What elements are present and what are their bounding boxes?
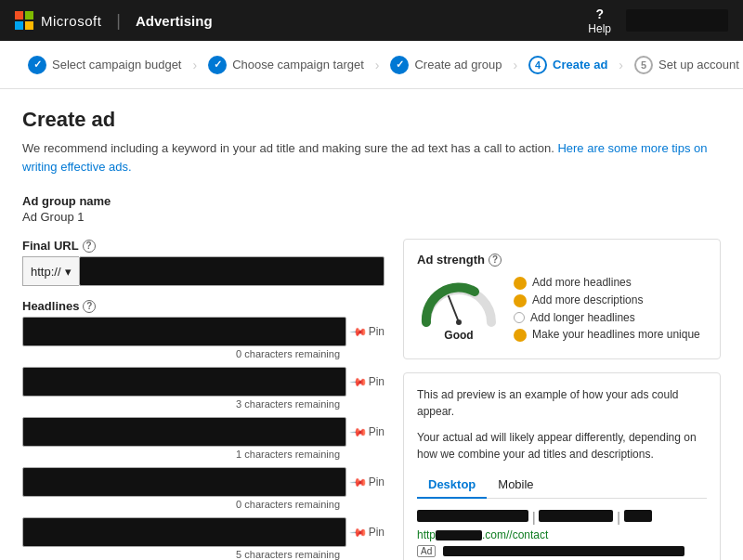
pin-button-1[interactable]: 📌 Pin (352, 325, 385, 338)
preview-ad-desc-row: Ad (417, 545, 707, 557)
url-input-row: http:// ▾ (22, 256, 385, 286)
top-navigation: Microsoft | Advertising ? Help (0, 0, 743, 41)
microsoft-text: Microsoft (41, 13, 101, 29)
step-createad-icon: 4 (528, 56, 547, 74)
preview-title-redacted-2 (539, 510, 613, 522)
preview-desc-redacted-1 (443, 546, 684, 556)
main-content: Create ad We recommend including a keywo… (0, 89, 743, 560)
user-account-pill[interactable] (626, 9, 728, 32)
headline-row-5: 📌 Pin (22, 517, 385, 547)
step-adgroup-icon: ✓ (390, 56, 409, 74)
page-description: We recommend including a keyword in your… (22, 139, 721, 176)
pin-icon-2: 📌 (349, 372, 369, 392)
tip-dot-1 (514, 277, 527, 290)
step-divider-4: › (617, 58, 625, 72)
char-remaining-3: 1 characters remaining (22, 449, 385, 460)
headline-input-4[interactable] (22, 467, 346, 497)
step-budget[interactable]: ✓ Select campaign budget (19, 56, 190, 74)
tip-item-4: Make your headlines more unique (514, 328, 700, 342)
tab-desktop[interactable]: Desktop (417, 472, 487, 499)
tip-dot-3 (514, 312, 525, 323)
microsoft-logo: Microsoft (15, 11, 101, 30)
headline-input-2[interactable] (22, 367, 346, 397)
help-icon: ? (595, 7, 604, 21)
headlines-label: Headlines ? (22, 299, 385, 313)
step-createad-label: Create ad (553, 58, 607, 72)
right-column: Ad strength ? (403, 239, 721, 560)
tip-item-3: Add longer headlines (514, 311, 700, 324)
ad-strength-title: Ad strength ? (417, 253, 707, 267)
preview-ad-title: | | (417, 510, 707, 525)
headline-input-5[interactable] (22, 517, 346, 547)
ad-badge: Ad (417, 545, 436, 557)
help-label: Help (588, 22, 611, 35)
pin-button-3[interactable]: 📌 Pin (352, 425, 385, 438)
final-url-label: Final URL ? (22, 239, 385, 253)
step-target[interactable]: ✓ Choose campaign target (199, 56, 373, 74)
step-setup[interactable]: 5 Set up account (625, 56, 743, 74)
adgroup-value: Ad Group 1 (22, 210, 721, 224)
protocol-dropdown[interactable]: http:// ▾ (22, 256, 79, 286)
step-divider-3: › (511, 58, 519, 72)
ad-preview-card: This ad preview is an example of how you… (403, 372, 721, 560)
help-button[interactable]: ? Help (588, 7, 611, 35)
final-url-section: Final URL ? http:// ▾ (22, 239, 385, 286)
gauge-container: Good (417, 276, 501, 342)
pin-icon-4: 📌 (349, 473, 369, 492)
final-url-info-icon[interactable]: ? (83, 240, 96, 253)
page-title: Create ad (22, 108, 721, 132)
final-url-input[interactable] (79, 256, 385, 286)
left-column: Final URL ? http:// ▾ Headlines ? (22, 239, 385, 560)
ms-grid-icon (15, 11, 33, 30)
tip-dot-4 (514, 329, 527, 342)
gauge-svg (417, 276, 501, 330)
adgroup-label: Ad group name (22, 194, 721, 208)
preview-url-redacted (436, 530, 482, 540)
headline-row-3: 📌 Pin (22, 417, 385, 447)
pin-icon-1: 📌 (349, 322, 369, 342)
step-target-label: Choose campaign target (232, 58, 364, 72)
step-createad[interactable]: 4 Create ad (519, 56, 617, 74)
preview-url: http .com//contact (417, 528, 707, 541)
tab-mobile[interactable]: Mobile (487, 472, 544, 499)
preview-desc-1: This ad preview is an example of how you… (417, 386, 707, 420)
gauge-area: Good Add more headlines Add more descrip… (417, 276, 707, 342)
headline-row-4: 📌 Pin (22, 467, 385, 497)
headlines-section: Headlines ? 📌 Pin 0 characters remaining (22, 299, 385, 560)
pin-icon-5: 📌 (349, 523, 369, 542)
gauge-label: Good (417, 329, 501, 342)
step-setup-icon: 5 (634, 56, 653, 74)
char-remaining-1: 0 characters remaining (22, 348, 385, 359)
tips-list: Add more headlines Add more descriptions… (514, 276, 700, 342)
headlines-info-icon[interactable]: ? (83, 300, 96, 313)
app-name: Advertising (136, 13, 213, 29)
steps-bar: ✓ Select campaign budget › ✓ Choose camp… (0, 41, 743, 89)
pin-button-2[interactable]: 📌 Pin (352, 375, 385, 388)
tip-item-1: Add more headlines (514, 276, 700, 290)
preview-tabs: Desktop Mobile (417, 472, 707, 499)
two-column-layout: Final URL ? http:// ▾ Headlines ? (22, 239, 721, 560)
pin-button-5[interactable]: 📌 Pin (352, 526, 385, 539)
headline-row-1: 📌 Pin (22, 317, 385, 346)
headline-input-1[interactable] (22, 317, 346, 346)
ad-strength-card: Ad strength ? (403, 239, 721, 359)
preview-desc-2: Your actual ad will likely appear differ… (417, 429, 707, 462)
headline-input-3[interactable] (22, 417, 346, 447)
step-divider-1: › (190, 58, 199, 72)
svg-line-0 (449, 296, 459, 322)
step-budget-icon: ✓ (28, 56, 46, 74)
step-adgroup-label: Create ad group (414, 58, 502, 72)
char-remaining-2: 3 characters remaining (22, 398, 385, 410)
nav-divider: | (116, 12, 121, 29)
step-target-icon: ✓ (208, 56, 227, 74)
step-divider-2: › (373, 58, 382, 72)
preview-title-redacted-1 (417, 510, 528, 522)
char-remaining-5: 5 characters remaining (22, 549, 385, 560)
tip-item-2: Add more descriptions (514, 293, 700, 307)
preview-title-redacted-3 (624, 510, 652, 522)
headline-row-2: 📌 Pin (22, 367, 385, 397)
pin-icon-3: 📌 (349, 423, 369, 442)
pin-button-4[interactable]: 📌 Pin (352, 475, 385, 488)
step-adgroup[interactable]: ✓ Create ad group (381, 56, 511, 74)
ad-strength-info-icon[interactable]: ? (489, 254, 502, 267)
